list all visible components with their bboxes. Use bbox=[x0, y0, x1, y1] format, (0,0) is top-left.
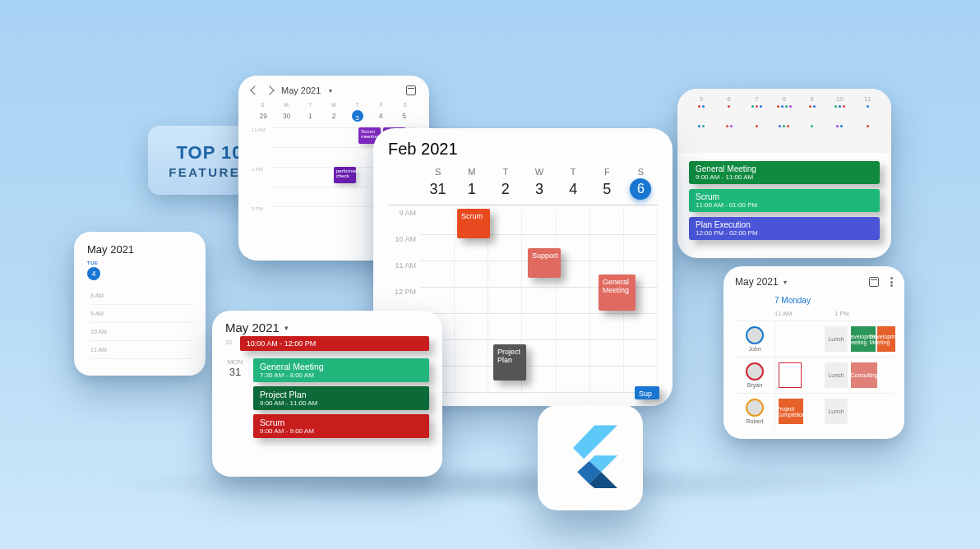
date-cell[interactable]: 5 bbox=[392, 109, 416, 122]
agenda-day-cell[interactable]: 8 bbox=[772, 95, 797, 119]
dow-header: M bbox=[455, 167, 488, 177]
event-scrum[interactable]: Scrum bbox=[457, 209, 490, 238]
chevron-left-icon[interactable] bbox=[250, 85, 259, 95]
agenda-day-cell[interactable] bbox=[772, 122, 797, 146]
agenda-day-cell[interactable] bbox=[828, 122, 853, 146]
date-cell[interactable]: 2 bbox=[322, 109, 346, 122]
agenda-day-cell[interactable]: 5 bbox=[689, 95, 714, 119]
event-title: General Meeting bbox=[696, 164, 873, 173]
avatar[interactable] bbox=[746, 326, 764, 344]
event-bar[interactable]: Scrum9:00 AM - 9:00 AM bbox=[253, 414, 429, 438]
event-perf[interactable]: performance check bbox=[334, 167, 356, 183]
event-title: Scrum bbox=[260, 418, 423, 427]
agenda-day-cell[interactable] bbox=[744, 122, 769, 146]
date-cell[interactable]: 1 bbox=[455, 181, 488, 198]
date-cell[interactable]: 31 bbox=[421, 181, 455, 198]
resource-event[interactable]: Lunch bbox=[825, 399, 848, 424]
flutter-logo-icon bbox=[563, 425, 617, 491]
dow-header: T bbox=[488, 167, 522, 177]
time-label bbox=[252, 187, 271, 206]
agenda-day-cell[interactable] bbox=[800, 122, 825, 146]
agenda-day-cell[interactable] bbox=[717, 122, 742, 146]
resource-event[interactable]: Lunch bbox=[825, 362, 848, 388]
event-title: Plan Execution bbox=[696, 220, 873, 229]
date-cell[interactable]: 4 bbox=[557, 181, 590, 198]
calendar-title: May 2021 bbox=[225, 321, 280, 334]
dow-header: M bbox=[275, 102, 298, 108]
resource-event[interactable]: Consulting bbox=[851, 362, 877, 388]
dow-header: T bbox=[346, 102, 368, 108]
resource-event[interactable]: Project Completion bbox=[779, 399, 803, 424]
date-cell[interactable]: 5 bbox=[590, 181, 624, 198]
calendar-title: May 2021 bbox=[281, 85, 321, 95]
calendar-title: May 2021 bbox=[87, 243, 192, 256]
dropdown-icon[interactable]: ▾ bbox=[784, 279, 787, 286]
today-chip[interactable]: 6 bbox=[630, 178, 651, 200]
event-time: 9:00 AM - 11:00 AM bbox=[696, 173, 873, 181]
dow-header: S bbox=[252, 102, 274, 108]
kebab-menu-icon[interactable] bbox=[890, 277, 893, 287]
event-bar[interactable]: General Meeting9:00 AM - 11:00 AM bbox=[689, 161, 880, 184]
dow-header: F bbox=[370, 102, 392, 108]
calendar-card-day-mini: May 2021 TUE 4 8 AM9 AM10 AM11 AM bbox=[74, 232, 206, 376]
dow-header: S bbox=[624, 167, 658, 177]
event-bar[interactable]: Scrum11:00 AM - 01:00 PM bbox=[689, 189, 880, 212]
event-bar[interactable]: Plan Execution12:00 PM - 02:00 PM bbox=[689, 217, 880, 240]
svg-marker-0 bbox=[573, 425, 617, 459]
date-cell[interactable]: 29 bbox=[252, 109, 275, 122]
today-chip[interactable]: 3 bbox=[352, 110, 363, 122]
event-bar[interactable]: 10:00 AM - 12:00 PM bbox=[240, 336, 429, 351]
selected-day-chip[interactable]: 4 bbox=[87, 267, 100, 280]
event-bar[interactable]: Project Plan9:00 AM - 11:00 AM bbox=[253, 386, 429, 410]
agenda-day-cell[interactable] bbox=[855, 122, 880, 146]
event-time: 10:00 AM - 12:00 PM bbox=[247, 339, 423, 348]
agenda-day-cell[interactable]: 9 bbox=[800, 95, 825, 119]
date-cell[interactable]: 30 bbox=[275, 109, 299, 122]
resource-event[interactable]: Development Meeting bbox=[877, 326, 895, 352]
date-cell[interactable]: 1 bbox=[298, 109, 322, 122]
time-slot: 11 AM bbox=[90, 341, 192, 359]
calendar-icon[interactable] bbox=[869, 277, 879, 287]
date-cell[interactable]: 4 bbox=[369, 109, 393, 122]
event-bar[interactable]: General Meeting7:30 AM - 8:00 AM bbox=[253, 358, 429, 382]
time-label: 11 AM bbox=[252, 127, 271, 147]
agenda-day-cell[interactable] bbox=[689, 122, 714, 146]
agenda-day-cell[interactable]: 7 bbox=[744, 95, 769, 119]
person-name: Robert bbox=[746, 418, 763, 424]
avatar[interactable] bbox=[746, 399, 764, 417]
event-project[interactable]: Project Plan bbox=[493, 344, 526, 381]
event-title: General Meeting bbox=[260, 362, 423, 371]
time-label: 2 PM bbox=[252, 206, 271, 226]
resource-row: RobertProject CompletionLunch bbox=[735, 393, 893, 429]
chevron-right-icon[interactable] bbox=[265, 85, 274, 95]
event-general[interactable]: General Meeting bbox=[599, 274, 636, 311]
dow-header: S bbox=[421, 167, 455, 177]
badge-line1: TOP 10 bbox=[176, 142, 243, 164]
date-cell[interactable]: 3 bbox=[522, 181, 556, 198]
time-label: 10 AM bbox=[388, 235, 421, 261]
avatar[interactable] bbox=[746, 362, 764, 381]
event-title: Scrum bbox=[696, 192, 873, 201]
dropdown-icon[interactable]: ▾ bbox=[284, 324, 289, 332]
calendar-card-agenda-dots: 567891011 General Meeting9:00 AM - 11:00… bbox=[677, 89, 891, 258]
event-time: 7:30 AM - 8:00 AM bbox=[260, 371, 423, 379]
resource-row: JohnLunchDevelopment meetingDevelopment … bbox=[735, 321, 893, 357]
event-sup2[interactable]: Sup bbox=[635, 386, 659, 399]
event-time: 11:00 AM - 01:00 PM bbox=[696, 201, 873, 209]
dow-header: S bbox=[394, 102, 416, 108]
resource-event[interactable] bbox=[779, 362, 802, 388]
agenda-day-cell[interactable]: 11 bbox=[855, 95, 880, 119]
resource-event[interactable]: Lunch bbox=[825, 326, 848, 352]
dow-header: F bbox=[590, 167, 624, 177]
dow-label: TUE bbox=[87, 261, 192, 265]
agenda-day-cell[interactable]: 6 bbox=[717, 95, 742, 119]
calendar-icon[interactable] bbox=[406, 85, 416, 95]
event-time: 9:00 AM - 11:00 AM bbox=[260, 399, 423, 407]
agenda-day-cell[interactable]: 10 bbox=[828, 95, 853, 119]
event-support[interactable]: Support bbox=[528, 248, 561, 278]
flutter-logo-card bbox=[538, 405, 643, 510]
dow-abbr: MON bbox=[225, 358, 245, 366]
date-cell[interactable]: 2 bbox=[488, 181, 522, 198]
time-slot: 8 AM bbox=[90, 287, 192, 305]
calendar-title: May 2021 bbox=[735, 276, 779, 288]
